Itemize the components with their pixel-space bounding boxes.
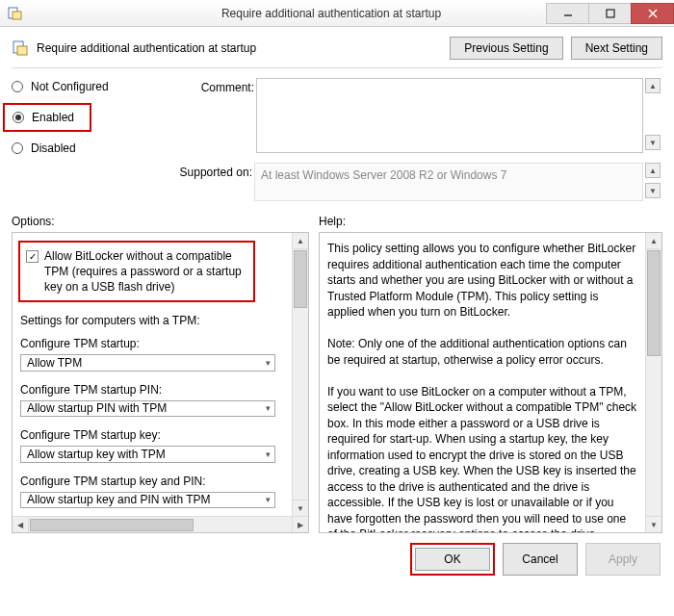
comment-label: Comment: <box>177 78 254 94</box>
ok-button[interactable]: OK <box>415 548 490 571</box>
window-title: Require additional authentication at sta… <box>29 7 634 20</box>
select-value: Allow startup PIN with TPM <box>27 401 167 415</box>
scroll-thumb[interactable] <box>30 519 194 531</box>
cfg-key-select[interactable]: Allow startup key with TPM ▾ <box>20 446 275 463</box>
tpm-section-label: Settings for computers with a TPM: <box>20 314 284 327</box>
close-button[interactable] <box>631 3 674 24</box>
comment-spin-up[interactable]: ▲ <box>645 78 661 93</box>
help-pane: This policy setting allows you to config… <box>319 232 662 533</box>
chevron-down-icon: ▾ <box>266 449 271 459</box>
scroll-up-icon[interactable]: ▲ <box>646 233 661 249</box>
cfg-startup-select[interactable]: Allow TPM ▾ <box>20 354 275 372</box>
radio-icon <box>12 81 23 92</box>
help-label: Help: <box>319 215 662 228</box>
select-value: Allow TPM <box>27 356 82 370</box>
ok-highlight: OK <box>410 543 495 576</box>
chevron-down-icon: ▾ <box>266 403 271 413</box>
state-label: Enabled <box>32 111 74 124</box>
svg-rect-7 <box>17 46 27 55</box>
options-hscrollbar[interactable]: ◀ ▶ <box>13 516 308 532</box>
state-label: Not Configured <box>31 80 109 93</box>
select-value: Allow startup key with TPM <box>27 448 166 461</box>
scroll-right-icon[interactable]: ▶ <box>292 517 308 533</box>
titlebar: Require additional authentication at sta… <box>0 0 674 27</box>
policy-icon <box>12 39 29 57</box>
state-label: Disabled <box>31 141 76 155</box>
chevron-down-icon: ▾ <box>266 358 271 368</box>
cfg-startup-label: Configure TPM startup: <box>20 337 284 350</box>
policy-title: Require additional authentication at sta… <box>37 41 442 55</box>
options-pane: ✓ Allow BitLocker without a compatible T… <box>12 232 309 533</box>
next-setting-button[interactable]: Next Setting <box>571 37 662 60</box>
options-vscrollbar[interactable]: ▲ ▼ <box>292 233 308 516</box>
supported-on-value: At least Windows Server 2008 R2 or Windo… <box>254 163 643 201</box>
checkbox-icon: ✓ <box>26 250 39 263</box>
state-not-configured[interactable]: Not Configured <box>12 80 175 93</box>
cfg-pin-select[interactable]: Allow startup PIN with TPM ▾ <box>20 400 275 418</box>
previous-setting-button[interactable]: Previous Setting <box>450 37 562 60</box>
scroll-up-icon[interactable]: ▲ <box>293 233 308 249</box>
cancel-button[interactable]: Cancel <box>503 543 578 576</box>
scroll-thumb[interactable] <box>294 250 307 308</box>
svg-rect-1 <box>13 12 21 19</box>
comment-spin-down[interactable]: ▼ <box>645 135 661 150</box>
app-icon <box>6 5 23 22</box>
cfg-key-pin-select[interactable]: Allow startup key and PIN with TPM ▾ <box>20 492 275 509</box>
cfg-pin-label: Configure TPM startup PIN: <box>20 383 284 397</box>
supported-spin-up[interactable]: ▲ <box>645 163 661 178</box>
scroll-left-icon[interactable]: ◀ <box>13 517 29 533</box>
allow-bitlocker-without-tpm-checkbox[interactable]: ✓ Allow BitLocker without a compatible T… <box>18 241 255 302</box>
state-disabled[interactable]: Disabled <box>12 141 175 155</box>
options-label: Options: <box>12 215 309 228</box>
help-vscrollbar[interactable]: ▲ ▼ <box>645 233 661 532</box>
state-enabled[interactable]: Enabled <box>3 103 91 132</box>
maximize-button[interactable] <box>588 3 632 24</box>
supported-on-label: Supported on: <box>12 163 252 179</box>
supported-spin-down[interactable]: ▼ <box>645 183 661 198</box>
radio-icon <box>12 142 23 154</box>
scroll-down-icon[interactable]: ▼ <box>293 500 308 516</box>
window-controls <box>547 3 674 24</box>
cfg-key-pin-label: Configure TPM startup key and PIN: <box>20 475 284 488</box>
scroll-thumb[interactable] <box>647 250 661 356</box>
chevron-down-icon: ▾ <box>266 495 271 504</box>
allow-no-tpm-label: Allow BitLocker without a compatible TPM… <box>44 248 247 295</box>
radio-icon <box>13 112 24 123</box>
help-text: This policy setting allows you to config… <box>327 241 637 532</box>
minimize-button[interactable] <box>546 3 589 24</box>
cfg-key-label: Configure TPM startup key: <box>20 428 284 442</box>
apply-button[interactable]: Apply <box>585 543 661 576</box>
comment-field[interactable] <box>256 78 643 153</box>
svg-rect-3 <box>607 10 614 17</box>
select-value: Allow startup key and PIN with TPM <box>27 493 211 506</box>
scroll-down-icon[interactable]: ▼ <box>646 516 661 532</box>
